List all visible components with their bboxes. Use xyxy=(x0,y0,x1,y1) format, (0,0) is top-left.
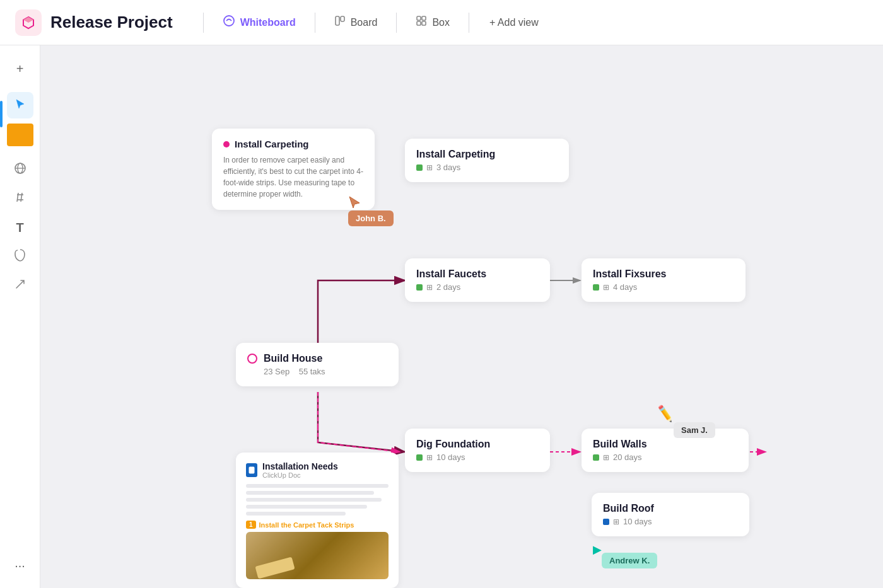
app-logo xyxy=(15,9,42,36)
pen-cursor: ✏️ xyxy=(655,404,675,423)
left-toolbar: + T ··· xyxy=(0,45,40,588)
add-view-button[interactable]: + Add view xyxy=(479,13,549,32)
label-sam-j: Sam J. xyxy=(674,422,715,438)
doc-title: Installation Needs xyxy=(262,461,338,471)
node-dig-foundation[interactable]: Dig Foundation ⊞ 10 days xyxy=(405,429,550,472)
walls-meta: 20 days xyxy=(613,453,642,462)
svg-rect-3 xyxy=(417,16,421,20)
carpeting-small-status-dot xyxy=(416,164,423,171)
faucets-meta: 2 days xyxy=(436,282,460,292)
toolbar-accent-bar xyxy=(0,101,3,127)
build-house-date: 23 Sep xyxy=(264,367,289,376)
build-house-title: Build House xyxy=(264,353,322,364)
node-build-walls[interactable]: Build Walls ⊞ 20 days xyxy=(582,429,749,472)
nav-board-label: Board xyxy=(351,17,378,28)
fixtures-meta-icon: ⊞ xyxy=(603,283,609,292)
fixtures-status-dot xyxy=(593,284,599,291)
add-icon: + xyxy=(16,62,24,76)
roof-meta-icon: ⊞ xyxy=(613,517,619,526)
node-install-faucets[interactable]: Install Faucets ⊞ 2 days xyxy=(405,258,550,302)
box-icon xyxy=(416,15,427,30)
john-b-text: John B. xyxy=(356,214,386,223)
nav-box-label: Box xyxy=(432,17,450,28)
carpeting-big-status-dot xyxy=(223,141,230,147)
nav-board[interactable]: Board xyxy=(325,11,387,33)
node-installation-doc[interactable]: Installation Needs ClickUp Doc 1 Install… xyxy=(236,453,399,588)
more-tools[interactable]: ··· xyxy=(9,553,30,578)
add-button[interactable]: + xyxy=(7,55,33,82)
roof-status-dot xyxy=(603,519,609,525)
andrew-k-text: Andrew K. xyxy=(609,556,650,565)
node-build-house[interactable]: Build House 23 Sep 55 taks xyxy=(236,343,399,386)
sticky-note-tool[interactable] xyxy=(7,124,33,146)
svg-rect-5 xyxy=(417,21,421,25)
faucets-meta-icon: ⊞ xyxy=(426,283,433,292)
doc-subtitle: ClickUp Doc xyxy=(262,471,338,479)
carpeting-small-meta: 3 days xyxy=(436,163,460,172)
roof-meta: 10 days xyxy=(623,517,652,526)
globe-icon xyxy=(14,162,26,178)
nav-divider-4 xyxy=(469,13,469,33)
svg-rect-2 xyxy=(341,16,344,21)
svg-rect-6 xyxy=(422,21,426,25)
text-tool[interactable]: T xyxy=(7,214,33,241)
node-build-roof[interactable]: Build Roof ⊞ 10 days xyxy=(592,493,749,536)
globe-tool[interactable] xyxy=(7,156,33,183)
doc-icon xyxy=(246,463,257,477)
fixtures-meta: 4 days xyxy=(613,282,637,292)
dig-title: Dig Foundation xyxy=(416,439,539,450)
doc-step-label: 1 Install the Carpet Tack Strips xyxy=(246,521,389,529)
svg-rect-1 xyxy=(336,16,339,25)
roof-title: Build Roof xyxy=(603,503,738,514)
attachment-tool[interactable] xyxy=(7,243,33,270)
cursor-icon xyxy=(15,98,25,113)
faucets-status-dot xyxy=(416,284,423,291)
carpeting-small-title: Install Carpeting xyxy=(416,149,558,160)
node-install-fixtures[interactable]: Install Fixsures ⊞ 4 days xyxy=(582,258,746,302)
topbar: Release Project Whiteboard Board Box + A… xyxy=(0,0,883,45)
cursor-tool[interactable] xyxy=(7,92,33,118)
whiteboard-canvas[interactable]: Install Carpeting In order to remove car… xyxy=(40,45,883,588)
hash-tool[interactable] xyxy=(7,185,33,212)
nav-box[interactable]: Box xyxy=(407,11,459,33)
node-install-carpeting-big[interactable]: Install Carpeting In order to remove car… xyxy=(212,129,375,210)
svg-line-12 xyxy=(17,193,18,202)
build-house-tasks: 55 taks xyxy=(299,367,325,376)
nav-divider-2 xyxy=(315,13,315,33)
doc-image xyxy=(246,532,389,579)
whiteboard-icon xyxy=(223,14,235,30)
transform-tool[interactable] xyxy=(7,272,33,299)
node-install-carpeting-small[interactable]: Install Carpeting ⊞ 3 days xyxy=(405,139,569,182)
dig-meta-icon: ⊞ xyxy=(426,453,433,462)
nav-whiteboard-label: Whiteboard xyxy=(240,17,296,28)
sam-j-text: Sam J. xyxy=(681,425,708,435)
label-andrew-k: Andrew K. xyxy=(602,553,657,568)
fixtures-title: Install Fixsures xyxy=(593,268,734,280)
faucets-title: Install Faucets xyxy=(416,268,539,280)
walls-title: Build Walls xyxy=(593,439,737,450)
carpeting-big-title: Install Carpeting xyxy=(235,139,309,149)
transform-icon xyxy=(15,279,26,293)
board-icon xyxy=(334,15,346,30)
walls-meta-icon: ⊞ xyxy=(603,453,609,462)
dig-meta: 10 days xyxy=(436,453,465,462)
doc-content-lines xyxy=(246,484,389,516)
attachment-icon xyxy=(15,249,26,265)
text-icon: T xyxy=(16,221,23,235)
label-john-b: John B. xyxy=(348,210,394,226)
walls-status-dot xyxy=(593,454,599,461)
svg-rect-4 xyxy=(422,16,426,20)
meta-icon: ⊞ xyxy=(426,163,433,172)
carpeting-big-description: In order to remove carpet easily and eff… xyxy=(223,154,363,200)
andrew-arrow-icon: ▶ xyxy=(593,543,602,556)
project-title: Release Project xyxy=(50,13,173,32)
arrows-layer xyxy=(40,45,883,588)
svg-line-13 xyxy=(21,193,22,202)
dig-status-dot xyxy=(416,454,423,461)
nav-divider-3 xyxy=(396,13,397,33)
nav-divider-1 xyxy=(203,13,204,33)
add-view-label: + Add view xyxy=(489,17,539,28)
build-house-meta: 23 Sep 55 taks xyxy=(247,367,387,376)
nav-whiteboard[interactable]: Whiteboard xyxy=(214,11,305,34)
hash-icon xyxy=(15,192,26,206)
